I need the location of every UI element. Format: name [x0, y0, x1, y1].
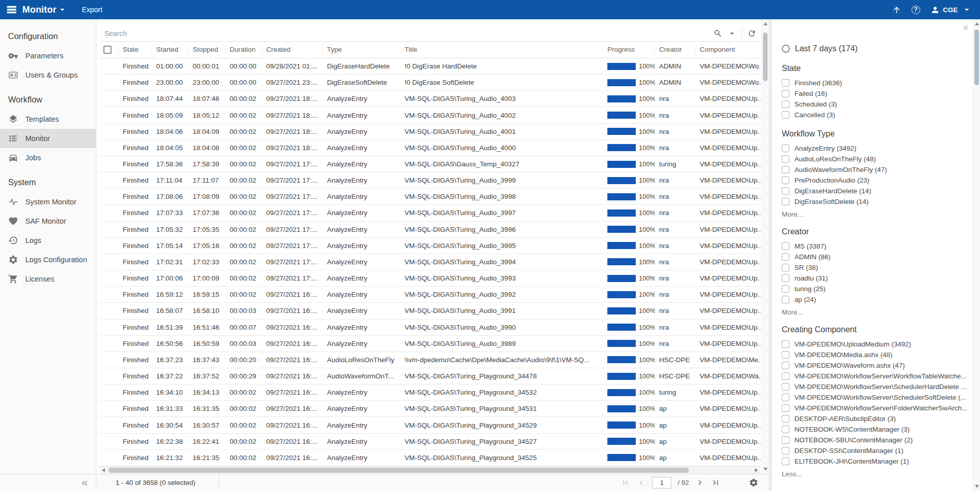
filter-option[interactable]: DESKTOP-AER\SubclipEditor (3)	[782, 413, 969, 424]
filter-option[interactable]: VM-DPEDEMO\WorkflowServer\SchedulerHardD…	[782, 381, 969, 392]
user-menu[interactable]: CGE	[930, 5, 972, 15]
filter-option[interactable]: AudioWaveformOnTheFly (47)	[782, 164, 969, 175]
filter-option[interactable]: PreProductionAudio (23)	[782, 175, 969, 186]
table-row[interactable]: Finished18:05:0918:05:1200:00:0209/27/20…	[99, 107, 760, 123]
filter-option[interactable]: Cancelled (3)	[782, 110, 969, 120]
column-header-stopped[interactable]: Stopped	[189, 45, 226, 54]
table-row[interactable]: Finished17:05:1417:05:1600:00:0209/27/20…	[99, 238, 760, 254]
column-header-creator[interactable]: Creator	[655, 45, 696, 54]
page-input[interactable]	[652, 477, 671, 488]
table-row[interactable]: Finished17:05:3217:05:3500:00:0209/27/20…	[99, 222, 760, 238]
sidebar-item-monitor[interactable]: Monitor	[0, 129, 96, 148]
table-row[interactable]: Finished16:21:3216:21:3500:00:0209/27/20…	[99, 450, 760, 466]
close-icon[interactable]: ✕	[962, 23, 969, 32]
table-row[interactable]: Finished17:00:0617:00:0900:00:0209/27/20…	[99, 270, 760, 287]
filter-option[interactable]: VM-DPEDEMO\WorkflowServer\WorkflowTableW…	[782, 371, 969, 381]
sidebar-item-jobs[interactable]: Jobs	[0, 148, 96, 167]
table-row[interactable]: Finished16:37:2316:37:4300:00:2009/27/20…	[99, 352, 760, 368]
sidebar-item-logs[interactable]: Logs	[0, 231, 96, 250]
column-header-state[interactable]: State	[119, 45, 152, 54]
table-row[interactable]: Finished01:00:0000:00:0100:00:0009/28/20…	[99, 58, 760, 75]
column-header-component[interactable]: Component	[696, 45, 760, 54]
filter-option[interactable]: NOTEBOOK-WS\ContentManager (3)	[782, 424, 969, 435]
filter-option[interactable]: VM-DPEDEMO\Waveform.ashx (47)	[782, 360, 969, 371]
filter-option[interactable]: VM-DPEDEMO\WorkflowServer\SchedulerSoftD…	[782, 392, 969, 403]
scroll-up-icon[interactable]	[973, 20, 980, 27]
scrollbar-thumb[interactable]	[974, 29, 979, 85]
table-row[interactable]: Finished16:37:2216:37:5200:00:2909/27/20…	[99, 368, 760, 384]
column-header-type[interactable]: Type	[323, 45, 401, 54]
scrollbar-thumb[interactable]	[108, 468, 689, 473]
chevron-down-icon[interactable]	[57, 5, 67, 15]
filter-option[interactable]: Scheduled (3)	[782, 99, 969, 110]
time-filter-option[interactable]: Last 7 days (174)	[782, 43, 969, 55]
table-scrollbar[interactable]	[761, 19, 769, 474]
scroll-right-icon[interactable]	[752, 467, 760, 474]
panel-scrollbar[interactable]	[973, 19, 980, 491]
filter-more-link[interactable]: More...	[782, 211, 969, 218]
scrollbar-track[interactable]	[107, 467, 752, 474]
column-header-duration[interactable]: Duration	[226, 45, 262, 54]
filter-option[interactable]: ap (24)	[782, 294, 969, 305]
table-row[interactable]: Finished17:58:3617:58:3900:00:0209/27/20…	[99, 156, 760, 172]
filter-option[interactable]: ELITEBOOK-JHI\ContentManager (1)	[782, 456, 969, 467]
filter-option[interactable]: VM-DPEDEMO\Media.ashx (48)	[782, 349, 969, 360]
filter-option[interactable]: roadtu (31)	[782, 273, 969, 284]
table-row[interactable]: Finished16:30:5416:30:5700:00:0209/27/20…	[99, 417, 760, 433]
table-row[interactable]: Finished16:31:3316:31:3500:00:0209/27/20…	[99, 401, 760, 417]
filter-option[interactable]: MS (3387)	[782, 241, 969, 252]
sidebar-item-system-monitor[interactable]: System Monitor	[0, 192, 96, 212]
filter-option[interactable]: VM-DPEDEMO\WorkflowServer\FolderWatcherS…	[782, 403, 969, 413]
table-row[interactable]: Finished16:34:1016:34:1300:00:0209/27/20…	[99, 384, 760, 401]
pagination-last-button[interactable]	[711, 478, 720, 487]
filter-option[interactable]: VM-DPEDEMO\UploadMedium (3492)	[782, 339, 969, 349]
sidebar-item-parameters[interactable]: Parameters	[0, 46, 96, 65]
select-all-checkbox[interactable]	[103, 46, 112, 54]
filter-option[interactable]: turing (25)	[782, 284, 969, 294]
sidebar-item-logs-configuration[interactable]: Logs Configuration	[0, 250, 96, 269]
search-input[interactable]	[99, 29, 711, 38]
filter-option[interactable]: AudioLoResOnTheFly (48)	[782, 154, 969, 164]
sidebar-item-users-groups[interactable]: Users & Groups	[0, 65, 96, 85]
filter-option[interactable]: ADMIN (86)	[782, 252, 969, 262]
filter-more-link[interactable]: More...	[782, 308, 969, 316]
filter-option[interactable]: NOTEBOOK-SBU\ContentManager (2)	[782, 435, 969, 445]
help-icon[interactable]: ?	[912, 6, 920, 14]
filter-less-link[interactable]: Less...	[782, 470, 969, 478]
filter-option[interactable]: DigEraseSoftDelete (14)	[782, 196, 969, 207]
scroll-up-icon[interactable]	[762, 20, 769, 27]
table-row[interactable]: Finished17:08:0617:08:0900:00:0209/27/20…	[99, 189, 760, 205]
table-row[interactable]: Finished18:07:4418:07:4600:00:0209/27/20…	[99, 91, 760, 107]
table-row[interactable]: Finished18:04:0518:04:0800:00:0209/27/20…	[99, 140, 760, 156]
filter-option[interactable]: DigEraseHardDelete (14)	[782, 186, 969, 196]
refresh-icon[interactable]	[745, 27, 758, 40]
table-row[interactable]: Finished16:50:5616:50:5900:00:0309/27/20…	[99, 336, 760, 352]
column-header-title[interactable]: Title	[401, 45, 603, 54]
sidebar-item-saf-monitor[interactable]: SAF Monitor	[0, 212, 96, 231]
filter-option[interactable]: Failed (16)	[782, 88, 969, 99]
scroll-left-icon[interactable]	[99, 467, 107, 474]
horizontal-scrollbar[interactable]	[99, 466, 760, 474]
table-row[interactable]: Finished16:51:3916:51:4600:00:0709/27/20…	[99, 320, 760, 336]
filter-option[interactable]: DESKTOP-SSI\ContentManager (1)	[782, 445, 969, 456]
chevron-down-icon[interactable]	[725, 27, 739, 40]
pagination-prev-button[interactable]	[636, 478, 646, 487]
sidebar-item-templates[interactable]: Templates	[0, 110, 96, 129]
table-row[interactable]: Finished23:00:0023:00:0000:00:0009/27/20…	[99, 75, 760, 91]
pagination-first-button[interactable]	[621, 478, 630, 487]
table-row[interactable]: Finished17:02:3117:02:3300:00:0209/27/20…	[99, 254, 760, 270]
table-row[interactable]: Finished17:11:0417:11:0700:00:0209/27/20…	[99, 172, 760, 189]
upload-icon[interactable]	[892, 5, 901, 15]
filter-option[interactable]: Finished (3636)	[782, 78, 969, 88]
scroll-down-icon[interactable]	[762, 466, 769, 473]
menu-export[interactable]: Export	[82, 6, 102, 14]
scroll-down-icon[interactable]	[973, 483, 980, 490]
column-header-started[interactable]: Started	[152, 45, 189, 54]
table-row[interactable]: Finished17:07:3317:07:3600:00:0209/27/20…	[99, 205, 760, 221]
table-row[interactable]: Finished16:22:3816:22:4100:00:0209/27/20…	[99, 434, 760, 450]
column-header-progress[interactable]: Progress	[603, 45, 655, 54]
scrollbar-thumb[interactable]	[763, 32, 768, 81]
filter-option[interactable]: AnalyzeEntry (3492)	[782, 143, 969, 154]
sidebar-item-licenses[interactable]: Licenses	[0, 269, 96, 289]
table-row[interactable]: Finished18:04:0618:04:0900:00:0209/27/20…	[99, 124, 760, 140]
